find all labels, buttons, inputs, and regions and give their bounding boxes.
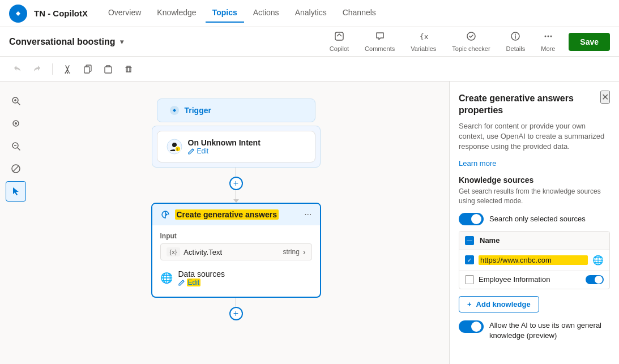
input-arrow-icon: › — [303, 247, 306, 256]
zoom-out-button[interactable] — [6, 136, 26, 156]
topic-title-text: Conversational boosting — [9, 37, 116, 47]
svg-point-8 — [547, 36, 549, 37]
copy-button[interactable] — [80, 61, 96, 77]
toolbar-icon-group: Copilot Comments {x} Variables Topic che… — [325, 29, 560, 54]
edit-icon — [188, 148, 195, 155]
toolbar-divider-1 — [52, 63, 53, 75]
learn-more-link[interactable]: Learn more — [459, 159, 496, 168]
connector-1: + — [229, 168, 243, 203]
allow-ai-toggle[interactable] — [459, 320, 484, 333]
select-all-checkbox[interactable]: — — [465, 236, 474, 245]
fit-view-button[interactable] — [6, 113, 26, 134]
svg-point-9 — [550, 36, 552, 37]
action-body: Input {x} Activity.Text string › 🌐 Data … — [152, 225, 320, 297]
main-content: Trigger ! On Unknown Intent — [0, 82, 619, 364]
intent-icon: ! — [167, 139, 182, 155]
save-button[interactable]: Save — [569, 33, 610, 51]
line-3 — [236, 298, 236, 307]
allow-ai-row: Allow the AI to use its own general know… — [459, 320, 610, 341]
svg-point-18 — [15, 122, 17, 125]
undo-button[interactable] — [9, 61, 25, 77]
details-icon — [510, 31, 520, 44]
delete-button[interactable] — [121, 61, 136, 77]
svg-line-14 — [18, 102, 20, 105]
employee-toggle[interactable] — [586, 275, 604, 284]
variables-icon: {x} — [419, 31, 429, 44]
input-var-name: Activity.Text — [183, 248, 279, 256]
toolbar-more[interactable]: More — [536, 29, 560, 54]
zoom-in-button[interactable] — [6, 91, 26, 111]
intent-title: On Unknown Intent — [188, 138, 306, 147]
toolbar-topic-checker-label: Topic checker — [452, 45, 490, 52]
toolbar-variables[interactable]: {x} Variables — [406, 29, 441, 54]
add-knowledge-button[interactable]: + Add knowledge — [459, 296, 539, 312]
right-panel: ✕ Create generative answers properties S… — [449, 82, 619, 364]
ks-row-cnbc: ✓ https://www.cnbc.com 🌐 — [459, 250, 609, 271]
nav-item-actions[interactable]: Actions — [246, 4, 286, 23]
toolbar-details[interactable]: Details — [502, 29, 530, 54]
search-only-toggle[interactable] — [459, 213, 484, 225]
ks-name-header: Name — [480, 236, 500, 245]
action-menu-button[interactable]: ··· — [304, 209, 311, 220]
comments-icon — [375, 31, 385, 44]
input-type: string — [283, 248, 299, 256]
canvas[interactable]: Trigger ! On Unknown Intent — [0, 82, 449, 364]
ks-checkbox-employee[interactable] — [465, 275, 474, 284]
pointer-button[interactable] — [6, 181, 26, 202]
no-action-button[interactable] — [6, 159, 26, 179]
nav-item-analytics[interactable]: Analytics — [288, 4, 334, 23]
add-node-button-1[interactable]: + — [229, 177, 243, 190]
left-toolbar — [0, 82, 32, 364]
trigger-node: Trigger — [157, 99, 315, 122]
svg-rect-11 — [84, 67, 89, 73]
nav-item-overview[interactable]: Overview — [101, 4, 148, 23]
data-sources-icon: 🌐 — [160, 272, 173, 284]
nav-item-channels[interactable]: Channels — [336, 4, 383, 23]
connector-2: + — [229, 298, 243, 320]
svg-rect-12 — [105, 67, 112, 73]
toolbar-copilot-label: Copilot — [330, 45, 349, 52]
data-sources-label: Data sources — [178, 269, 312, 279]
sub-header: Conversational boosting ▾ Copilot Commen… — [0, 27, 619, 57]
topic-title-chevron[interactable]: ▾ — [120, 38, 123, 46]
input-row: {x} Activity.Text string › — [160, 243, 312, 260]
ks-checkbox-cnbc[interactable]: ✓ — [465, 255, 474, 264]
line-1 — [236, 168, 236, 177]
allow-ai-label: Allow the AI to use its own general know… — [489, 320, 610, 341]
action-node-header: Create generative answers ··· — [152, 204, 320, 225]
toolbar-variables-label: Variables — [411, 45, 436, 52]
data-sources-edit-label: Edit — [187, 279, 201, 286]
svg-text:{x}: {x} — [420, 32, 429, 41]
toolbar-details-label: Details — [506, 45, 526, 52]
svg-line-20 — [18, 148, 20, 150]
toolbar-comments[interactable]: Comments — [360, 29, 399, 54]
intent-edit-link[interactable]: Edit — [188, 147, 306, 155]
action-title-text: Create generative answers — [175, 209, 279, 220]
paste-button[interactable] — [100, 61, 116, 77]
toolbar-more-label: More — [541, 45, 555, 52]
topic-checker-icon — [466, 31, 476, 44]
panel-close-button[interactable]: ✕ — [600, 91, 610, 104]
trigger-icon — [169, 105, 180, 116]
nav-items: Overview Knowledge Topics Actions Analyt… — [101, 4, 383, 23]
cut-button[interactable] — [59, 61, 75, 77]
svg-line-23 — [13, 166, 19, 172]
toolbar-topic-checker[interactable]: Topic checker — [447, 29, 494, 54]
search-only-toggle-row: Search only selected sources — [459, 213, 610, 225]
nav-item-topics[interactable]: Topics — [206, 4, 244, 23]
redo-button[interactable] — [29, 61, 45, 77]
svg-text:!: ! — [176, 147, 178, 152]
edit-toolbar — [0, 57, 619, 82]
add-node-button-2[interactable]: + — [229, 307, 243, 320]
nav-item-knowledge[interactable]: Knowledge — [150, 4, 203, 23]
add-icon: + — [467, 300, 472, 309]
intent-edit-label: Edit — [197, 147, 209, 155]
toolbar-copilot[interactable]: Copilot — [325, 29, 353, 54]
trigger-label: Trigger — [185, 106, 211, 115]
data-sources-edit-link[interactable]: Edit — [178, 279, 312, 286]
action-node: Create generative answers ··· Input {x} … — [151, 203, 321, 298]
panel-title: Create generative answers properties — [459, 93, 610, 117]
ks-table-header: — Name — [459, 232, 609, 250]
data-sources-row: 🌐 Data sources Edit — [160, 266, 312, 290]
input-section-label: Input — [160, 232, 312, 240]
